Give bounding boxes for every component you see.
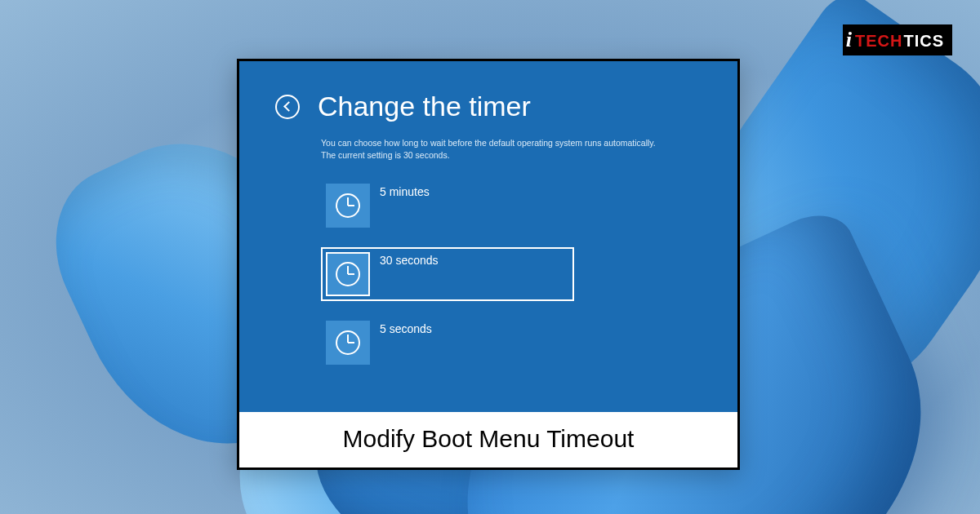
clock-icon <box>326 321 370 365</box>
winre-header: Change the timer <box>275 91 702 122</box>
timer-option-5-seconds[interactable]: 5 seconds <box>321 316 574 370</box>
page-title: Change the timer <box>318 91 531 122</box>
caption-bar: Modify Boot Menu Timeout <box>239 412 737 467</box>
caption-text: Modify Boot Menu Timeout <box>247 425 729 453</box>
timer-option-30-seconds[interactable]: 30 seconds <box>321 247 574 301</box>
winre-screen: Change the timer You can choose how long… <box>239 61 737 412</box>
option-label: 5 minutes <box>380 184 430 198</box>
screenshot-card: Change the timer You can choose how long… <box>237 59 740 470</box>
back-arrow-icon <box>283 101 294 112</box>
timer-option-5-minutes[interactable]: 5 minutes <box>321 179 574 233</box>
option-label: 5 seconds <box>380 321 432 335</box>
itechtics-logo: i TECH TICS <box>843 24 952 55</box>
option-label: 30 seconds <box>380 252 439 267</box>
page-description: You can choose how long to wait before t… <box>321 137 672 161</box>
clock-icon <box>326 252 370 296</box>
timer-options-list: 5 minutes 30 seconds 5 seconds <box>321 179 702 370</box>
back-button[interactable] <box>275 95 300 119</box>
clock-icon <box>326 184 370 228</box>
